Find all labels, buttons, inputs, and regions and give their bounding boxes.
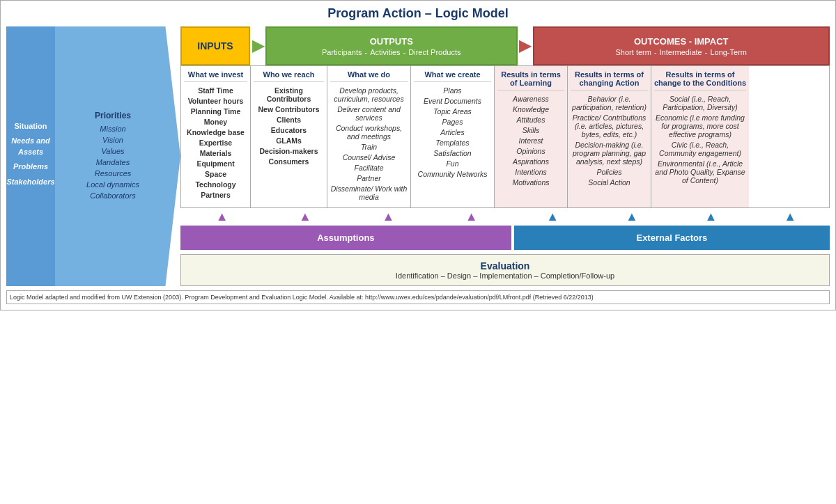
up-arrow-3: ▲ bbox=[382, 210, 394, 224]
input-item-0: Staff Time bbox=[184, 86, 247, 95]
situation-label: Situation bbox=[6, 121, 54, 132]
who-item-1: New Contributors bbox=[254, 105, 324, 113]
short-item-7: Intentions bbox=[497, 168, 564, 176]
create-item-3: Pages bbox=[414, 118, 491, 126]
outputs-products: Direct Products bbox=[408, 48, 460, 56]
needs-assets: Needs and Assets bbox=[6, 136, 54, 157]
outputs-dash1: - bbox=[365, 48, 368, 56]
problems: Problems bbox=[6, 162, 54, 172]
do-item-1: Deliver content and services bbox=[330, 105, 408, 122]
footer-text: Logic Model adapted and modified from UW… bbox=[10, 294, 594, 301]
inter-item-0: Behavior (i.e. participation, retention) bbox=[571, 95, 648, 111]
col-inter-header: Results in terms of changing Action bbox=[571, 70, 648, 90]
create-item-0: Plans bbox=[414, 86, 491, 95]
priorities-arrow: Priorities Mission Vision Values Mandate… bbox=[55, 26, 180, 286]
col-short-term: Results in terms of Learning Awareness K… bbox=[495, 66, 568, 207]
inputs-header: INPUTS bbox=[180, 26, 250, 65]
who-item-0: Existing Contributors bbox=[254, 86, 324, 103]
inter-item-4: Social Action bbox=[571, 178, 648, 187]
right-arrow-icon: ▶ bbox=[252, 37, 264, 55]
up-arrow-6: ▲ bbox=[626, 210, 638, 224]
outcomes-short: Short term bbox=[616, 48, 651, 56]
assumptions-arrows: ▲ ▲ ▲ ▲ bbox=[180, 210, 513, 224]
input-item-7: Equipment bbox=[184, 159, 247, 168]
outcomes-dash2: - bbox=[705, 48, 708, 56]
create-item-8: Community Networks bbox=[414, 170, 491, 178]
input-item-6: Materials bbox=[184, 149, 247, 157]
col-what-do: What we do Develop products, curriculum,… bbox=[327, 66, 411, 207]
priorities-label: Priorities bbox=[66, 111, 160, 120]
up-arrow-5: ▲ bbox=[546, 210, 559, 224]
bottom-bars: Assumptions External Factors bbox=[180, 226, 830, 250]
create-item-6: Satisfaction bbox=[414, 149, 491, 157]
input-item-1: Volunteer hours bbox=[184, 97, 247, 105]
col-inputs-header: What we invest bbox=[184, 70, 247, 82]
inter-item-1: Practice/ Contributions (i.e. articles, … bbox=[571, 113, 648, 139]
prio-collaborators: Collaborators bbox=[66, 191, 160, 200]
stakeholders: Stakeholders bbox=[6, 177, 54, 187]
who-item-3: Educators bbox=[254, 126, 324, 134]
long-item-3: Environmental (i.e., Article and Photo Q… bbox=[654, 159, 746, 184]
eval-subtitle: Identification – Design – Implementation… bbox=[187, 271, 823, 280]
footer: Logic Model adapted and modified from UW… bbox=[6, 290, 830, 304]
prio-resources: Resources bbox=[66, 169, 160, 178]
create-item-5: Templates bbox=[414, 139, 491, 147]
create-item-4: Articles bbox=[414, 128, 491, 136]
input-item-9: Technology bbox=[184, 180, 247, 189]
outcomes-long: Long-Term bbox=[710, 48, 747, 56]
arrow-outputs-outcomes: ▶ bbox=[518, 26, 533, 65]
input-item-2: Planning Time bbox=[184, 107, 247, 116]
do-item-7: Disseminate/ Work with media bbox=[330, 184, 408, 201]
short-item-3: Skills bbox=[497, 126, 564, 134]
situation-text: Situation Needs and Assets Problems Stak… bbox=[6, 121, 54, 191]
create-item-7: Fun bbox=[414, 159, 491, 168]
do-item-3: Train bbox=[330, 143, 408, 151]
columns-body: What we invest Staff Time Volunteer hour… bbox=[180, 65, 830, 208]
page-container: Program Action – Logic Model Situation N… bbox=[0, 0, 836, 310]
bottom-arrows-row: ▲ ▲ ▲ ▲ ▲ ▲ ▲ ▲ bbox=[180, 210, 830, 224]
arrow-inputs-outputs: ▶ bbox=[250, 26, 265, 65]
outputs-sub-labels: Participants - Activities - Direct Produ… bbox=[322, 48, 460, 56]
long-item-0: Social (i.e., Reach, Participation, Dive… bbox=[654, 95, 746, 111]
short-item-0: Awareness bbox=[497, 95, 564, 103]
header-row: INPUTS ▶ OUTPUTS Participants - Activiti… bbox=[180, 26, 830, 65]
assumptions-bar: Assumptions bbox=[180, 226, 511, 250]
inter-item-3: Policies bbox=[571, 168, 648, 176]
outcomes-header: OUTCOMES - IMPACT Short term - Intermedi… bbox=[533, 26, 830, 65]
input-item-8: Space bbox=[184, 170, 247, 178]
main-title: Program Action – Logic Model bbox=[6, 6, 830, 21]
input-item-10: Partners bbox=[184, 191, 247, 199]
long-item-1: Economic (i.e more funding for programs,… bbox=[654, 113, 746, 139]
col-what-create-header: What we create bbox=[414, 70, 491, 82]
create-item-2: Topic Areas bbox=[414, 107, 491, 116]
prio-mission: Mission bbox=[66, 125, 160, 133]
outcomes-dash1: - bbox=[654, 48, 657, 56]
outputs-activities: Activities bbox=[370, 48, 400, 56]
prio-mandates: Mandates bbox=[66, 158, 160, 166]
do-item-6: Partner bbox=[330, 174, 408, 182]
assumptions-label: Assumptions bbox=[317, 233, 374, 243]
short-item-8: Motivations bbox=[497, 178, 564, 187]
who-item-2: Clients bbox=[254, 116, 324, 124]
col-long-term: Results in terms of change to the Condit… bbox=[651, 66, 749, 207]
who-item-6: Consumers bbox=[254, 157, 324, 166]
short-item-2: Attitudes bbox=[497, 116, 564, 124]
left-context: Situation Needs and Assets Problems Stak… bbox=[6, 26, 180, 286]
col-who: Who we reach Existing Contributors New C… bbox=[251, 66, 327, 207]
situation-col: Situation Needs and Assets Problems Stak… bbox=[6, 26, 55, 286]
logic-model-main: INPUTS ▶ OUTPUTS Participants - Activiti… bbox=[180, 26, 830, 286]
do-item-4: Counsel/ Advise bbox=[330, 153, 408, 162]
external-label: External Factors bbox=[636, 233, 707, 243]
up-arrow-2: ▲ bbox=[299, 210, 311, 224]
col-what-do-header: What we do bbox=[330, 70, 408, 82]
col-short-header: Results in terms of Learning bbox=[497, 70, 564, 90]
input-item-5: Expertise bbox=[184, 139, 247, 147]
prio-local: Local dynamics bbox=[66, 180, 160, 189]
up-arrow-7: ▲ bbox=[705, 210, 718, 224]
outputs-label: OUTPUTS bbox=[370, 36, 413, 47]
short-item-1: Knowledge bbox=[497, 105, 564, 113]
evaluation-bar: Evaluation Identification – Design – Imp… bbox=[180, 254, 830, 286]
outputs-participants: Participants bbox=[322, 48, 362, 56]
col-what-create: What we create Plans Event Documents Top… bbox=[411, 66, 495, 207]
eval-title: Evaluation bbox=[187, 260, 823, 271]
